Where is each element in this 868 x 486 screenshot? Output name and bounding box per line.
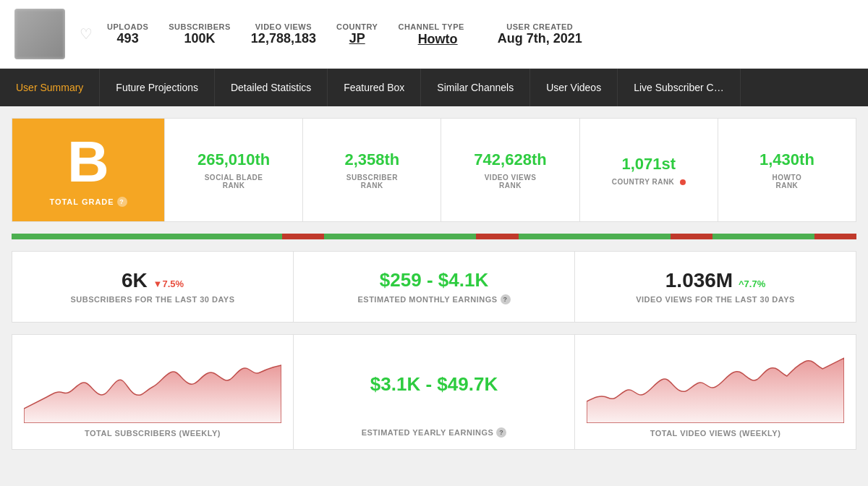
rank-cards: 265,010th SOCIAL BLADERANK 2,358th SUBSC… [164,119,856,221]
grade-label: TOTAL GRADE ? [49,197,127,207]
video-views-30-change: ^7.7% [739,278,765,289]
chart-cards: TOTAL SUBSCRIBERS (WEEKLY) $3.1K - $49.7… [12,334,856,450]
country-rank-card: 1,071st COUNTRY RANK [579,119,718,221]
video-views-weekly-chart [587,351,844,423]
pb-7 [712,234,814,239]
subscribers-stat: SUBSCRIBERS 100K [169,22,231,46]
grade-rank-row: B TOTAL GRADE ? 265,010th SOCIAL BLADERA… [12,118,856,222]
nav-future-projections[interactable]: Future Projections [100,69,215,106]
subscribers-30-label: SUBSCRIBERS FOR THE LAST 30 DAYS [24,295,281,304]
country-stat: COUNTRY JP [336,22,378,46]
avatar [14,9,65,59]
pb-5 [519,234,671,239]
pb-4 [476,234,518,239]
channel-type-stat: CHANNEL TYPE ? Howto [398,22,477,47]
heart-icon[interactable]: ♡ [80,25,93,43]
header-stats: UPLOADS 493 SUBSCRIBERS 100K VIDEO VIEWS… [107,22,582,47]
monthly-earnings-card: $259 - $4.1K ESTIMATED MONTHLY EARNINGS … [294,251,575,323]
monthly-earnings-help-icon[interactable]: ? [501,294,511,304]
subscribers-weekly-label: TOTAL SUBSCRIBERS (WEEKLY) [85,429,221,438]
video-views-weekly-card: TOTAL VIDEO VIEWS (WEEKLY) [575,334,856,450]
subscribers-30-change: ▼7.5% [153,278,184,289]
video-views-30-label: VIDEO VIEWS FOR THE LAST 30 DAYS [587,295,844,304]
pb-6 [671,234,712,239]
subscribers-weekly-chart [24,351,281,423]
yearly-earnings-value: $3.1K - $49.7K [370,373,498,396]
pb-1 [12,234,282,239]
yearly-earnings-label: ESTIMATED YEARLY EARNINGS ? [362,427,507,438]
progress-bars [12,234,856,239]
nav-similar-channels[interactable]: Similar Channels [421,69,530,106]
yearly-earnings-help-icon[interactable]: ? [496,427,506,438]
social-blade-rank-card: 265,010th SOCIAL BLADERANK [164,119,302,221]
pb-2 [282,234,324,239]
stats-cards: 6K ▼7.5% SUBSCRIBERS FOR THE LAST 30 DAY… [12,251,856,323]
nav-featured-box[interactable]: Featured Box [328,69,421,106]
video-views-30-card: 1.036M ^7.7% VIDEO VIEWS FOR THE LAST 30… [575,251,856,323]
main-content: B TOTAL GRADE ? 265,010th SOCIAL BLADERA… [0,106,868,461]
channel-type-help-icon[interactable]: ? [467,22,477,32]
video-views-rank-card: 742,628th VIDEO VIEWSRANK [441,119,579,221]
monthly-earnings-label: ESTIMATED MONTHLY EARNINGS ? [305,294,563,304]
subscribers-30-value: 6K [122,269,148,291]
grade-help-icon[interactable]: ? [117,197,127,207]
country-dot [680,179,686,185]
subscribers-weekly-card: TOTAL SUBSCRIBERS (WEEKLY) [12,334,294,450]
pb-8 [814,234,856,239]
monthly-earnings-value: $259 - $4.1K [305,269,563,291]
yearly-earnings-center: $3.1K - $49.7K [305,346,563,422]
user-created-stat: USER CREATED Aug 7th, 2021 [498,22,582,46]
main-nav: User Summary Future Projections Detailed… [0,69,868,106]
pb-3 [324,234,476,239]
grade-box: B TOTAL GRADE ? [12,119,164,221]
nav-detailed-statistics[interactable]: Detailed Statistics [215,69,328,106]
subscriber-rank-card: 2,358th SUBSCRIBERRANK [302,119,441,221]
video-views-stat: VIDEO VIEWS 12,788,183 [251,22,316,46]
video-views-weekly-label: TOTAL VIDEO VIEWS (WEEKLY) [650,429,781,438]
channel-header: ♡ UPLOADS 493 SUBSCRIBERS 100K VIDEO VIE… [0,0,868,69]
subscribers-30-card: 6K ▼7.5% SUBSCRIBERS FOR THE LAST 30 DAY… [12,251,294,323]
nav-live-subscriber[interactable]: Live Subscriber C… [618,69,741,106]
nav-user-videos[interactable]: User Videos [530,69,618,106]
yearly-earnings-card: $3.1K - $49.7K ESTIMATED YEARLY EARNINGS… [294,334,575,450]
video-views-30-value: 1.036M [665,269,733,291]
uploads-stat: UPLOADS 493 [107,22,148,46]
nav-user-summary[interactable]: User Summary [0,69,100,106]
howto-rank-card: 1,430th HOWTORANK [718,119,856,221]
